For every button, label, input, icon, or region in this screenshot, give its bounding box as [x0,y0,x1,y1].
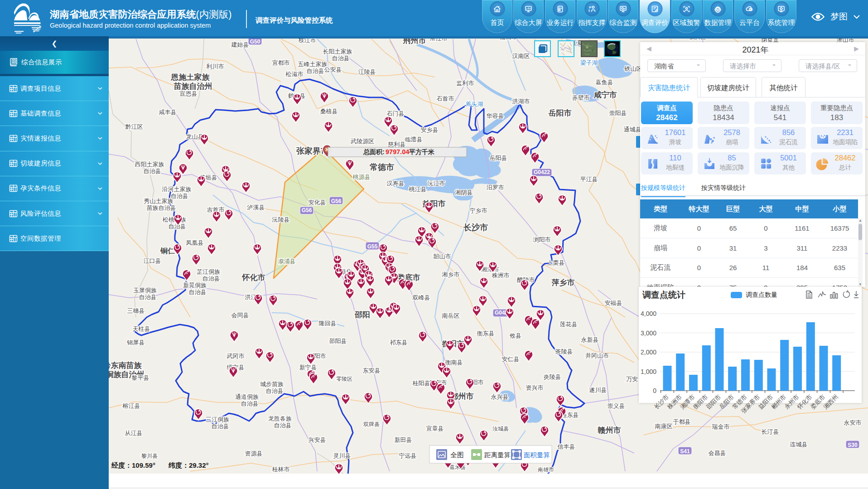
svg-text:咸丰县: 咸丰县 [159,109,177,116]
svg-text:新田县: 新田县 [395,436,412,443]
svg-text:泸溪县: 泸溪县 [247,204,265,211]
svg-text:P: P [589,6,592,9]
svg-text:¥: ¥ [717,7,719,10]
svg-text:炎陵县: 炎陵县 [544,373,561,380]
svg-text:全图: 全图 [450,451,464,459]
svg-text:宜都市: 宜都市 [272,59,290,66]
svg-text:G0422: G0422 [534,169,550,175]
svg-text:G50: G50 [250,39,260,45]
svg-text:桑植县: 桑植县 [320,108,338,115]
svg-text:兴安县: 兴安县 [309,436,326,443]
svg-text:西阳土家族: 西阳土家族 [135,161,164,168]
svg-text:临澧县: 临澧县 [405,136,423,143]
svg-text:邵阳县: 邵阳县 [329,338,347,344]
svg-text:石首市: 石首市 [437,95,454,102]
svg-text:从江县: 从江县 [125,430,143,436]
svg-text:天柱县: 天柱县 [133,325,150,332]
svg-text:通城县: 通城县 [624,126,641,133]
svg-text:自治县: 自治县 [139,294,157,300]
svg-text:黔东南苗族: 黔东南苗族 [109,361,142,370]
svg-text:自治县: 自治县 [274,422,292,429]
svg-text:锦屏县: 锦屏县 [127,339,145,346]
svg-text:湘乡市: 湘乡市 [442,271,460,278]
svg-text:自治县: 自治县 [241,400,259,407]
svg-text:沅江市: 沅江市 [427,180,445,187]
svg-text:长阳土家族: 长阳土家族 [323,48,352,55]
svg-text:赣州市: 赣州市 [598,426,621,435]
svg-text:宜章县: 宜章县 [426,425,444,432]
svg-text:永兴县: 永兴县 [491,393,509,400]
svg-text:隆回县: 隆回县 [319,320,337,327]
svg-text:上栗县: 上栗县 [547,259,565,266]
svg-text:面积量算: 面积量算 [524,451,550,459]
svg-text:安仁县: 安仁县 [502,356,520,363]
svg-text:南岳区: 南岳区 [442,312,460,319]
svg-text:梁子湖: 梁子湖 [580,59,598,66]
svg-text:安化县: 安化县 [309,199,326,206]
svg-text:三江侗族: 三江侗族 [206,416,229,423]
svg-text:桃江县: 桃江县 [409,186,427,193]
svg-text:芷江侗族: 芷江侗族 [197,268,220,275]
svg-text:茶陵县: 茶陵县 [555,348,573,355]
svg-text:汉南区: 汉南区 [512,53,530,59]
svg-text:自治县: 自治县 [212,423,229,430]
svg-text:永安市: 永安市 [844,419,862,426]
svg-text:洪湖市: 洪湖市 [512,98,530,105]
svg-text:崇阳县: 崇阳县 [609,110,627,116]
svg-text:榕江县: 榕江县 [122,402,140,409]
svg-text:城步苗族: 城步苗族 [260,381,284,387]
svg-text:宣恩县: 宣恩县 [180,90,198,97]
svg-text:自治县: 自治县 [266,387,284,394]
svg-text:G56: G56 [302,207,312,213]
svg-text:铁山区: 铁山区 [624,65,642,72]
svg-text:武陵源区: 武陵源区 [350,138,374,145]
svg-text:纬度：29.32°: 纬度：29.32° [168,461,209,469]
svg-text:新晃侗族: 新晃侗族 [183,282,207,289]
svg-text:龙胜各族: 龙胜各族 [268,415,292,422]
svg-text:崇义县: 崇义县 [608,402,625,409]
svg-text:S30: S30 [848,442,858,448]
svg-text:双牌县: 双牌县 [363,421,380,427]
svg-text:监利市: 监利市 [457,80,474,87]
svg-text:汨罗市: 汨罗市 [487,184,504,191]
svg-text:凤凰县: 凤凰县 [186,239,204,246]
svg-text:韶山市: 韶山市 [433,253,451,260]
svg-text:桃源县: 桃源县 [352,174,371,180]
svg-text:自治县: 自治县 [307,68,324,74]
svg-text:衡东县: 衡东县 [477,330,495,337]
svg-text:会昌县: 会昌县 [709,450,726,456]
svg-text:苗族自治州: 苗族自治州 [174,82,212,91]
svg-text:岳阳县: 岳阳县 [490,155,507,161]
svg-text:松滋市: 松滋市 [285,71,304,77]
svg-text:怀化市: 怀化市 [242,273,265,282]
svg-text:南康区: 南康区 [655,423,673,430]
svg-text:自治县: 自治县 [332,55,350,62]
svg-text:距离量算: 距离量算 [484,451,511,459]
svg-text:利川市: 利川市 [206,63,224,70]
svg-text:桂阳县: 桂阳县 [413,380,430,387]
svg-text:赤壁市: 赤壁市 [572,94,590,101]
svg-text:会同县: 会同县 [231,312,249,319]
svg-text:浏阳市: 浏阳市 [533,236,551,243]
svg-text:沿河土家族: 沿河土家族 [162,186,192,193]
svg-text:萍乡市: 萍乡市 [552,278,575,287]
svg-text:玉屏侗族: 玉屏侗族 [133,287,157,294]
svg-text:咸宁市: 咸宁市 [593,90,617,99]
svg-text:东安县: 东安县 [363,367,381,374]
svg-text:祁东县: 祁东县 [390,339,408,346]
svg-text:沅陵县: 沅陵县 [272,216,290,223]
svg-text:邵阳: 邵阳 [354,310,370,319]
svg-text:平方千米: 平方千米 [409,148,434,155]
svg-text:莲花县: 莲花县 [560,321,578,328]
svg-text:资兴市: 资兴市 [526,384,544,391]
svg-text:桂林市: 桂林市 [272,466,290,473]
svg-text:G55: G55 [367,243,378,250]
svg-text:井冈山市: 井冈山市 [585,352,609,359]
svg-text:南雄市: 南雄市 [538,466,554,473]
svg-text:灵川县: 灵川县 [333,452,351,459]
svg-text:G56: G56 [331,198,342,204]
svg-text:自治县: 自治县 [144,168,161,174]
svg-text:嘉鱼县: 嘉鱼县 [596,79,613,86]
svg-text:汝城县: 汝城县 [492,426,509,432]
svg-text:长汀县: 长汀县 [762,428,779,435]
